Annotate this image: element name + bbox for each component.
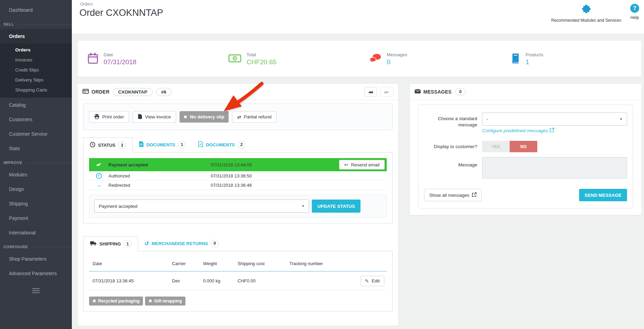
close-icon: ✖	[148, 299, 152, 303]
sidebar-subitem-shopping-carts[interactable]: Shopping Carts	[0, 85, 72, 95]
sidebar-item-customers[interactable]: Customers	[0, 112, 72, 127]
order-actions-bar: Print order View invoice ✖ No delivery s…	[83, 104, 393, 130]
messages-panel-title: MESSAGES	[415, 89, 452, 95]
standard-message-value: -	[487, 117, 488, 122]
sidebar-item-catalog[interactable]: Catalog	[0, 98, 72, 112]
sidebar-item-modules[interactable]: Modules	[0, 167, 72, 182]
reply-icon: ↩	[344, 162, 348, 167]
breadcrumb[interactable]: Orders	[80, 2, 93, 7]
sidebar-item-stats[interactable]: Stats	[0, 141, 72, 156]
kpi-label: Date	[104, 52, 136, 57]
column-header: Tracking number	[289, 261, 361, 266]
message-textarea[interactable]	[482, 157, 627, 178]
shipping-count-badge: 1	[124, 240, 132, 248]
collapse-menu-icon[interactable]	[32, 288, 40, 293]
tab-status[interactable]: STATUS 3	[83, 137, 133, 153]
sidebar-item-international[interactable]: International	[0, 225, 72, 240]
document-outline-icon	[198, 141, 203, 148]
truck-icon	[90, 241, 97, 247]
status-name: Redirected	[108, 183, 211, 188]
chat-bubbles-icon	[369, 53, 382, 65]
resend-email-button[interactable]: ↩ Resend email	[339, 160, 385, 170]
app-window: Dashboard SELL Orders Orders Invoices Cr…	[0, 0, 644, 329]
external-link-icon	[550, 128, 554, 133]
sidebar-item-shipping[interactable]: Shipping	[0, 196, 72, 211]
message-label: Message	[424, 157, 482, 180]
status-row-current: ✔✔ Payment accepted 07/31/2018 13:44:05 …	[89, 158, 387, 171]
calendar-icon	[87, 52, 98, 66]
kpi-label: Total	[247, 52, 277, 57]
send-message-button[interactable]: SEND MESSAGE	[579, 189, 627, 201]
recommended-modules-button[interactable]: Recommended Modules and Services	[551, 4, 621, 23]
status-select-value: Payment accepted	[99, 204, 137, 209]
page-title: Order CXOKNNTAP	[79, 8, 163, 18]
view-invoice-button[interactable]: View invoice	[133, 111, 176, 123]
sidebar-item-advanced-parameters[interactable]: Advanced Parameters	[0, 266, 72, 281]
toggle-no-button[interactable]: NO	[510, 141, 537, 152]
kpi-products: Products 1	[500, 52, 641, 66]
book-icon	[510, 53, 520, 65]
external-link-icon	[472, 192, 477, 198]
order-number-pill: #6	[156, 88, 172, 96]
status-count-badge: 3	[118, 142, 126, 149]
invoice-file-icon	[138, 114, 142, 120]
sidebar-submenu-orders: Orders Invoices Credit Slips Delivery Sl…	[0, 43, 72, 98]
sidebar-subitem-orders[interactable]: Orders	[0, 45, 72, 55]
status-select[interactable]: Payment accepted ▼	[94, 200, 309, 213]
status-date: 07/31/2018 13:36:50	[211, 173, 387, 178]
standard-message-select[interactable]: - ▼	[482, 113, 627, 126]
document-filled-icon	[139, 141, 144, 148]
update-status-bar: Payment accepted ▼ UPDATE STATUS	[89, 195, 387, 217]
show-all-messages-button[interactable]: Show all messages	[424, 189, 482, 201]
sidebar-item-payment[interactable]: Payment	[0, 211, 72, 225]
order-panel: ORDER CXOKNNTAP #6 ◀◀ ▶▶ Print order Vie…	[78, 84, 398, 326]
column-header: Carrier	[172, 261, 203, 266]
kpi-value: 07/31/2018	[104, 58, 136, 66]
help-label: Help	[631, 15, 639, 20]
edit-shipping-button[interactable]: ✎ Edit	[361, 276, 384, 286]
status-tabs: STATUS 3 DOCUMENTS 1 DOCUMENTS 2	[83, 137, 393, 152]
sidebar-subitem-invoices[interactable]: Invoices	[0, 55, 72, 65]
standard-message-label: Choose a standard message	[424, 113, 482, 133]
sidebar-section-sell: SELL	[0, 17, 72, 29]
tab-shipping[interactable]: SHIPPING 1	[83, 236, 138, 251]
previous-order-button[interactable]: ◀◀	[364, 87, 377, 97]
status-tab-content: ✔✔ Payment accepted 07/31/2018 13:44:05 …	[83, 152, 393, 223]
update-status-button[interactable]: UPDATE STATUS	[312, 200, 361, 213]
sidebar-group-orders: Orders Orders Invoices Credit Slips Deli…	[0, 29, 72, 98]
returns-count-badge: 0	[211, 240, 219, 247]
sidebar-item-shop-parameters[interactable]: Shop Parameters	[0, 252, 72, 266]
printer-icon	[94, 114, 99, 120]
sidebar-item-customer-service[interactable]: Customer Service	[0, 127, 72, 141]
banknote-icon	[228, 54, 241, 64]
sidebar-subitem-delivery-slips[interactable]: Delivery Slips	[0, 75, 72, 85]
chevron-down-icon: ▼	[619, 117, 623, 121]
tab-documents-1[interactable]: DOCUMENTS 1	[133, 137, 192, 152]
sidebar-subitem-credit-slips[interactable]: Credit Slips	[0, 65, 72, 75]
sidebar: Dashboard SELL Orders Orders Invoices Cr…	[0, 0, 72, 329]
help-button[interactable]: ? Help	[630, 4, 639, 20]
documents-count-badge: 2	[238, 141, 246, 148]
tab-documents-2[interactable]: DOCUMENTS 2	[192, 137, 251, 152]
partial-refund-button[interactable]: ⇄ Partial refund	[232, 111, 277, 123]
order-card-icon	[83, 89, 89, 95]
display-to-customer-label: Display to customer?	[424, 141, 482, 152]
sidebar-item-dashboard[interactable]: Dashboard	[0, 3, 72, 17]
undo-icon: ↺	[144, 240, 149, 247]
messages-panel: MESSAGES 0 Choose a standard message - ▼…	[410, 84, 641, 215]
configure-predefined-messages-link[interactable]: Configure predefined messages	[482, 128, 627, 133]
sidebar-section-configure: CONFIGURE	[0, 240, 72, 252]
print-order-button[interactable]: Print order	[89, 111, 129, 123]
transfer-icon: ⇄	[237, 114, 241, 120]
toggle-yes-button[interactable]: YES	[482, 141, 510, 152]
sidebar-item-design[interactable]: Design	[0, 182, 72, 196]
clock-icon	[90, 142, 95, 148]
tab-merchandise-returns[interactable]: ↺ MERCHANDISE RETURNS 0	[138, 236, 225, 251]
sidebar-item-orders[interactable]: Orders	[0, 29, 72, 43]
display-to-customer-toggle: YES NO	[482, 141, 537, 152]
shipping-carrier: Dev	[172, 278, 203, 283]
documents-count-badge: 1	[178, 141, 186, 148]
next-order-button[interactable]: ▶▶	[381, 87, 393, 97]
section-label: IMPROVE	[3, 161, 22, 165]
shipping-date: 07/31/2018 13:36:45	[89, 278, 172, 283]
